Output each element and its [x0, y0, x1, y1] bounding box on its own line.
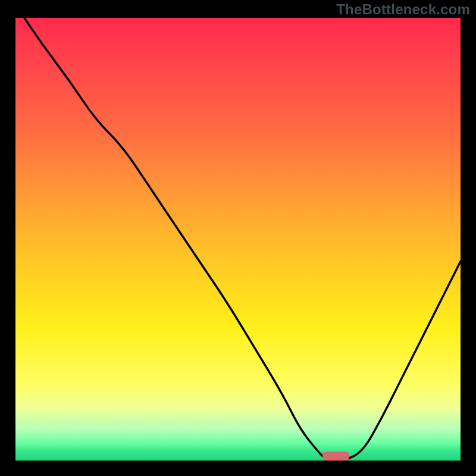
chart-svg	[15, 18, 461, 461]
bottleneck-curve	[15, 5, 461, 461]
optimal-marker	[322, 452, 349, 461]
chart-frame	[0, 0, 476, 476]
watermark-text: TheBottleneck.com	[336, 1, 470, 18]
